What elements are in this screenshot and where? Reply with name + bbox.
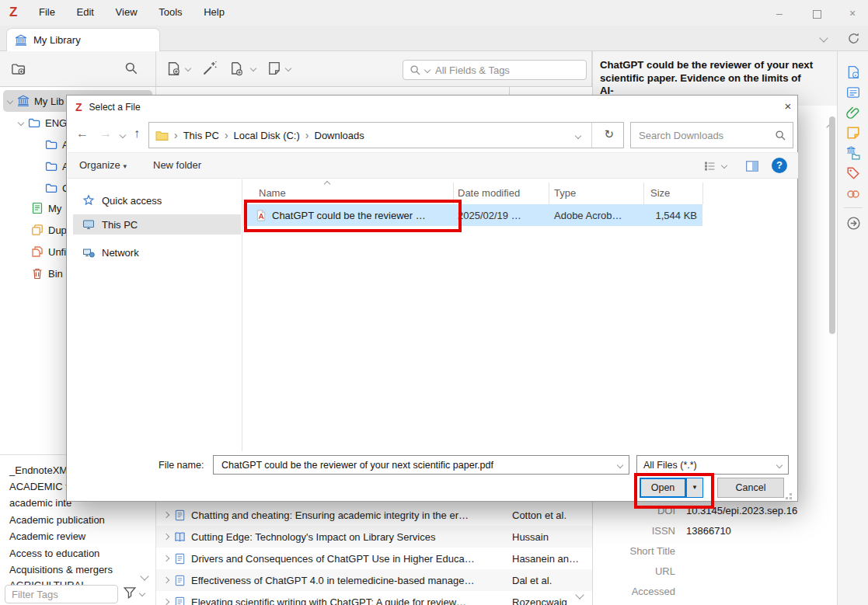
tags-tab-icon[interactable] bbox=[846, 166, 860, 180]
breadcrumb-local-disk[interactable]: Local Disk (C:) bbox=[234, 130, 300, 141]
dialog-search-box[interactable] bbox=[630, 122, 793, 148]
tag-item[interactable]: Access to education bbox=[9, 548, 99, 559]
tag-item[interactable]: Academic publication bbox=[9, 514, 105, 526]
expand-chevron-icon[interactable] bbox=[163, 534, 169, 540]
add-attachment-icon[interactable] bbox=[228, 61, 243, 76]
nav-forward-icon: → bbox=[99, 127, 112, 141]
view-details-icon[interactable] bbox=[703, 160, 716, 172]
nav-quick-access[interactable]: Quick access bbox=[73, 190, 241, 210]
address-dropdown-chevron-icon[interactable] bbox=[575, 133, 581, 139]
file-name-dropdown-chevron-icon[interactable] bbox=[617, 461, 623, 468]
expand-chevron-icon[interactable] bbox=[163, 599, 169, 605]
address-bar[interactable]: › This PC › Local Disk (C:) › Downloads … bbox=[148, 122, 624, 148]
field-row-url: URL bbox=[593, 565, 826, 586]
menu-help[interactable]: Help bbox=[194, 0, 234, 24]
new-folder-button[interactable]: New folder bbox=[153, 159, 201, 171]
column-header-date-modified[interactable]: Date modified bbox=[458, 187, 520, 199]
file-size-cell: 1,544 KB bbox=[649, 210, 697, 221]
item-row[interactable]: Drivers and Consequences of ChatGPT Use … bbox=[156, 548, 593, 569]
tag-filter-box[interactable] bbox=[5, 585, 118, 603]
expand-chevron-icon[interactable] bbox=[163, 577, 169, 583]
new-note-chevron-icon[interactable] bbox=[285, 65, 291, 71]
library-search-input[interactable] bbox=[434, 64, 580, 77]
add-attachment-chevron-icon[interactable] bbox=[250, 65, 256, 71]
file-name-combobox[interactable] bbox=[213, 455, 629, 475]
add-by-identifier-icon[interactable] bbox=[202, 61, 218, 76]
tab-list-chevron-icon[interactable] bbox=[819, 33, 828, 42]
expand-chevron-icon[interactable] bbox=[163, 512, 169, 518]
tag-item[interactable]: ACADEMIC fr bbox=[9, 481, 71, 492]
libraries-collections-tab-icon[interactable] bbox=[846, 146, 860, 160]
menu-file[interactable]: File bbox=[30, 0, 64, 24]
maximize-button[interactable] bbox=[805, 5, 828, 22]
journal-article-icon bbox=[174, 596, 186, 605]
item-row[interactable]: Cutting Edge: Technology's Impact on Lib… bbox=[156, 526, 593, 548]
nav-history-chevron-icon[interactable] bbox=[120, 132, 126, 138]
column-header-type[interactable]: Type bbox=[554, 187, 576, 199]
item-creator: Hasanein an… bbox=[512, 553, 579, 565]
breadcrumb-this-pc[interactable]: This PC bbox=[183, 130, 219, 141]
file-type-combobox[interactable]: All Files (*.*) bbox=[636, 455, 789, 475]
view-options-chevron-icon[interactable] bbox=[721, 162, 727, 169]
nav-this-pc[interactable]: This PC bbox=[73, 214, 241, 235]
filter-funnel-icon[interactable] bbox=[123, 586, 137, 600]
attachments-tab-icon[interactable] bbox=[846, 106, 860, 120]
file-name-input[interactable] bbox=[220, 459, 618, 471]
locate-tab-icon[interactable] bbox=[846, 216, 861, 231]
item-row[interactable]: Chatting and cheating: Ensuring academic… bbox=[156, 504, 593, 526]
help-icon[interactable]: ? bbox=[772, 158, 787, 173]
library-search-box[interactable] bbox=[403, 60, 587, 80]
close-button[interactable]: × bbox=[841, 5, 864, 22]
collapse-chevron-icon[interactable] bbox=[18, 120, 24, 126]
preview-pane-icon[interactable] bbox=[745, 159, 759, 173]
item-title: Chatting and cheating: Ensuring academic… bbox=[191, 509, 502, 521]
tag-item[interactable]: Academic review bbox=[9, 530, 85, 542]
tab-my-library[interactable]: My Library bbox=[6, 28, 160, 51]
info-tab-icon[interactable] bbox=[846, 65, 860, 79]
cancel-button[interactable]: Cancel bbox=[717, 478, 784, 498]
tag-filter-input[interactable] bbox=[10, 588, 113, 601]
expand-chevron-icon[interactable] bbox=[163, 555, 169, 562]
new-note-icon[interactable] bbox=[267, 61, 281, 75]
field-row-issn: ISSN 13866710 bbox=[593, 525, 826, 545]
dialog-close-icon[interactable]: × bbox=[779, 99, 797, 115]
menu-view[interactable]: View bbox=[106, 0, 147, 24]
menu-edit[interactable]: Edit bbox=[68, 0, 103, 24]
search-scope-chevron-icon[interactable] bbox=[424, 67, 431, 73]
tag-item[interactable]: _EndnoteXML bbox=[9, 464, 73, 476]
item-row[interactable]: Elevating scientific writing with ChatGP… bbox=[156, 591, 593, 605]
new-collection-icon[interactable] bbox=[11, 61, 26, 76]
resize-grip[interactable] bbox=[790, 493, 792, 495]
menu-tools[interactable]: Tools bbox=[149, 0, 191, 24]
abstract-tab-icon[interactable] bbox=[846, 85, 860, 99]
this-pc-icon bbox=[82, 218, 95, 231]
nav-back-icon[interactable]: ← bbox=[76, 127, 89, 141]
column-header-name[interactable]: Name bbox=[259, 187, 286, 199]
network-icon bbox=[82, 246, 95, 259]
item-row[interactable]: Effectiveness of ChatGPT 4.0 in telemedi… bbox=[156, 569, 593, 591]
related-tab-icon[interactable] bbox=[846, 187, 860, 201]
new-item-icon[interactable] bbox=[166, 61, 181, 76]
field-value[interactable]: 13866710 bbox=[686, 525, 731, 537]
nav-up-icon[interactable]: ↑ bbox=[134, 127, 140, 141]
organize-button[interactable]: Organize ▾ bbox=[79, 159, 127, 171]
collapse-chevron-icon[interactable] bbox=[7, 98, 13, 104]
breadcrumb-downloads[interactable]: Downloads bbox=[315, 130, 364, 141]
tag-item[interactable]: academic inte bbox=[9, 497, 71, 509]
tags-scroll-chevron-icon[interactable] bbox=[140, 572, 148, 580]
minimize-button[interactable]: – bbox=[768, 5, 791, 22]
panel-scrollbar[interactable] bbox=[829, 116, 835, 334]
file-type-dropdown-chevron-icon[interactable] bbox=[776, 461, 783, 468]
filter-options-chevron-icon[interactable] bbox=[139, 590, 145, 596]
refresh-icon[interactable]: ↻ bbox=[604, 127, 614, 141]
notes-tab-icon[interactable] bbox=[846, 126, 860, 140]
column-header-size[interactable]: Size bbox=[650, 187, 670, 199]
nav-network[interactable]: Network bbox=[73, 242, 241, 263]
breadcrumb-separator: › bbox=[219, 129, 234, 141]
new-item-chevron-icon[interactable] bbox=[185, 65, 191, 71]
dialog-search-input[interactable] bbox=[637, 129, 771, 142]
tag-item[interactable]: Acquisitions & mergers bbox=[9, 564, 113, 575]
tag-item-clipped[interactable]: AGRICULTURAL bbox=[9, 579, 86, 585]
collection-search-icon[interactable] bbox=[124, 61, 138, 75]
sync-icon[interactable] bbox=[847, 32, 860, 45]
